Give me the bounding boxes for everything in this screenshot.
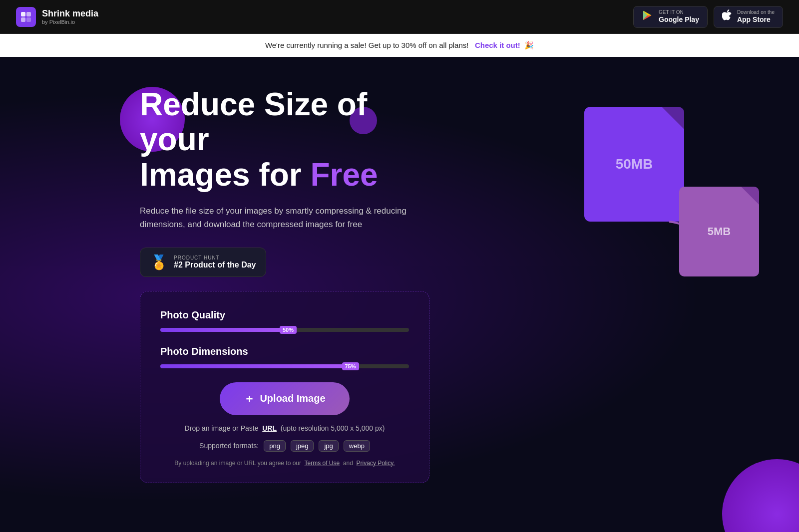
hero-title-accent: Free: [310, 157, 378, 193]
file-card-large: 50MB: [584, 107, 684, 222]
brand-name: Shrink media: [42, 8, 98, 19]
upload-center: ＋ Upload Image Drop an image or Paste UR…: [160, 382, 409, 467]
google-play-button[interactable]: GET IT ON Google Play: [633, 6, 708, 28]
ph-title: #2 Product of the Day: [174, 261, 256, 269]
upload-image-button[interactable]: ＋ Upload Image: [220, 382, 349, 415]
format-png: png: [264, 440, 286, 452]
hero-subtitle: Reduce the file size of your images by s…: [140, 204, 409, 231]
google-play-text: GET IT ON Google Play: [659, 9, 699, 24]
quality-slider-track[interactable]: 50%: [160, 328, 409, 332]
quality-slider-fill: [160, 328, 285, 332]
app-store-text: Download on the App Store: [737, 9, 775, 24]
ph-label: PRODUCT HUNT: [174, 255, 256, 261]
ph-text: PRODUCT HUNT #2 Product of the Day: [174, 255, 256, 269]
svg-rect-2: [21, 17, 25, 22]
quality-slider-section: Photo Quality 50%: [160, 309, 409, 332]
dimensions-label: Photo Dimensions: [160, 346, 409, 357]
hero-title-line1: Reduce Size of your: [140, 86, 367, 157]
svg-rect-1: [26, 12, 31, 16]
format-jpg: jpg: [319, 440, 338, 452]
hero-section: 50MB 5MB Reduce Size of your Images for …: [0, 57, 799, 532]
promo-banner: We're currently running a sale! Get up t…: [0, 34, 799, 57]
dimensions-slider-fill: [160, 364, 347, 368]
dimensions-slider-track[interactable]: 75%: [160, 364, 409, 368]
app-store-button[interactable]: Download on the App Store: [714, 6, 783, 28]
plus-icon: ＋: [244, 391, 255, 406]
hero-content: Reduce Size of your Images for Free Redu…: [0, 87, 429, 483]
terms-text: By uploading an image or URL you agree t…: [160, 460, 409, 467]
hero-title-line2-prefix: Images for: [140, 157, 310, 193]
hero-title: Reduce Size of your Images for Free: [140, 87, 429, 192]
decorative-circle-bottom: [722, 459, 799, 532]
apple-icon: [722, 9, 732, 24]
format-jpeg: jpeg: [291, 440, 314, 452]
svg-rect-3: [26, 17, 31, 22]
dimensions-slider-thumb: 75%: [342, 362, 359, 370]
logo-icon: [16, 7, 36, 27]
banner-emoji: 🎉: [524, 41, 534, 49]
brand-sub: by PixelBin.io: [42, 19, 98, 25]
svg-rect-0: [21, 12, 25, 16]
dimensions-slider-section: Photo Dimensions 75%: [160, 346, 409, 368]
logo-text: Shrink media by PixelBin.io: [42, 8, 98, 25]
logo-area: Shrink media by PixelBin.io: [16, 7, 98, 27]
format-webp: webp: [344, 440, 370, 452]
terms-of-use-link[interactable]: Terms of Use: [304, 460, 340, 467]
privacy-policy-link[interactable]: Privacy Policy.: [357, 460, 395, 467]
file-card-small: 5MB: [679, 187, 759, 276]
file-illustration: 50MB 5MB: [569, 107, 759, 306]
navbar: Shrink media by PixelBin.io GET IT ON Go…: [0, 0, 799, 34]
store-buttons: GET IT ON Google Play Download on the Ap…: [633, 6, 783, 28]
banner-link[interactable]: Check it out!: [475, 41, 520, 49]
upload-btn-label: Upload Image: [260, 393, 325, 404]
banner-text: We're currently running a sale! Get up t…: [265, 41, 469, 49]
paste-url-link[interactable]: URL: [262, 424, 277, 432]
upload-card: Photo Quality 50% Photo Dimensions 75% ＋: [140, 291, 429, 483]
google-play-icon: [642, 9, 654, 24]
ph-medal-icon: 🏅: [150, 254, 168, 270]
drop-text: Drop an image or Paste URL (upto resolut…: [160, 424, 409, 432]
formats-line: Supported formats: png jpeg jpg webp: [160, 440, 409, 452]
quality-slider-thumb: 50%: [280, 326, 297, 334]
quality-label: Photo Quality: [160, 309, 409, 321]
product-hunt-badge: 🏅 PRODUCT HUNT #2 Product of the Day: [140, 248, 266, 277]
